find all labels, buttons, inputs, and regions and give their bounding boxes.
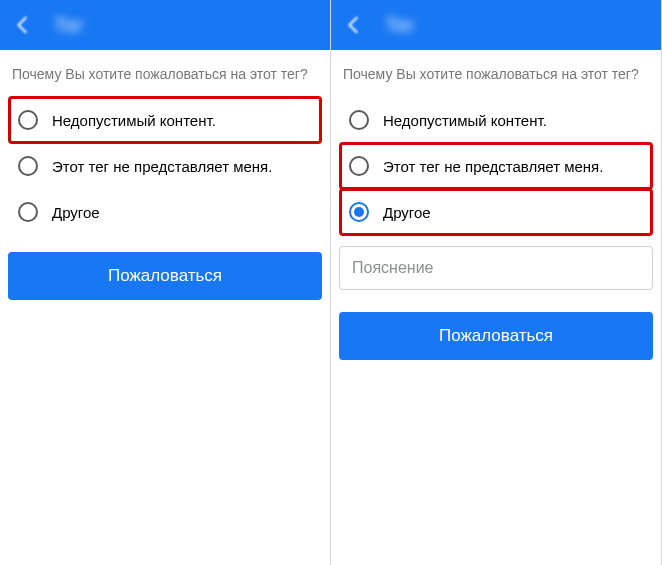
radio-unselected-icon xyxy=(18,202,38,222)
header: Тег xyxy=(331,0,661,50)
explanation-field-wrap xyxy=(341,246,651,290)
radio-label: Этот тег не представляет меня. xyxy=(52,158,272,175)
header-title: Тег xyxy=(54,14,84,37)
radio-label: Недопустимый контент. xyxy=(383,112,547,129)
report-form: Почему Вы хотите пожаловаться на этот те… xyxy=(0,50,330,312)
radio-label: Другое xyxy=(52,204,100,221)
report-form: Почему Вы хотите пожаловаться на этот те… xyxy=(331,50,661,372)
explanation-input[interactable] xyxy=(339,246,653,290)
submit-button[interactable]: Пожаловаться xyxy=(339,312,653,360)
radio-unselected-icon xyxy=(18,156,38,176)
radio-option-inappropriate[interactable]: Недопустимый контент. xyxy=(10,98,320,142)
screen-left: Тег Почему Вы хотите пожаловаться на это… xyxy=(0,0,331,565)
header-title: Тег xyxy=(385,14,415,37)
back-arrow-icon[interactable] xyxy=(343,14,365,36)
screen-right: Тег Почему Вы хотите пожаловаться на это… xyxy=(331,0,662,565)
radio-label: Другое xyxy=(383,204,431,221)
header: Тег xyxy=(0,0,330,50)
radio-option-not-me[interactable]: Этот тег не представляет меня. xyxy=(341,144,651,188)
radio-selected-icon xyxy=(349,202,369,222)
radio-option-other[interactable]: Другое xyxy=(10,190,320,234)
radio-unselected-icon xyxy=(349,156,369,176)
radio-label: Недопустимый контент. xyxy=(52,112,216,129)
radio-unselected-icon xyxy=(349,110,369,130)
radio-option-inappropriate[interactable]: Недопустимый контент. xyxy=(341,98,651,142)
radio-option-not-me[interactable]: Этот тег не представляет меня. xyxy=(10,144,320,188)
question-text: Почему Вы хотите пожаловаться на этот те… xyxy=(343,66,649,82)
radio-option-other[interactable]: Другое xyxy=(341,190,651,234)
radio-unselected-icon xyxy=(18,110,38,130)
back-arrow-icon[interactable] xyxy=(12,14,34,36)
submit-button[interactable]: Пожаловаться xyxy=(8,252,322,300)
radio-label: Этот тег не представляет меня. xyxy=(383,158,603,175)
question-text: Почему Вы хотите пожаловаться на этот те… xyxy=(12,66,318,82)
